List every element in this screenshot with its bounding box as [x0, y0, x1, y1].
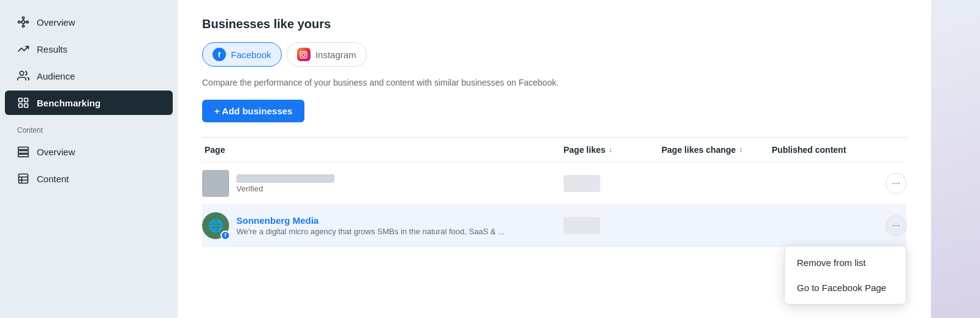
- tab-facebook-label: Facebook: [231, 50, 271, 60]
- platform-tabs: f Facebook Instagram: [202, 42, 907, 67]
- sidebar-item-overview[interactable]: Overview: [5, 10, 173, 34]
- page-title: Businesses like yours: [202, 17, 907, 31]
- sonnenberg-page-likes: [564, 217, 662, 234]
- svg-point-9: [20, 72, 24, 76]
- trending-icon: [17, 43, 29, 55]
- svg-rect-10: [19, 98, 23, 102]
- overview-icon: [17, 146, 29, 158]
- sidebar-item-audience-label: Audience: [37, 71, 75, 81]
- actions-cell-blurred: ···: [870, 173, 907, 194]
- sidebar-item-content-overview[interactable]: Overview: [5, 139, 173, 164]
- main-content: Businesses like yours f Facebook Instagr…: [178, 0, 931, 318]
- svg-rect-17: [19, 174, 28, 183]
- verified-badge: Verified: [236, 184, 334, 193]
- sidebar-item-content-overview-label: Overview: [37, 147, 75, 157]
- sidebar-item-overview-label: Overview: [37, 17, 75, 28]
- sidebar: Overview Results Audience: [0, 0, 178, 318]
- col-header-page-likes: Page likes ↓: [564, 145, 662, 155]
- fb-badge-icon: f: [221, 231, 230, 240]
- page-info-blurred: Verified: [236, 174, 334, 193]
- content-section-label: Content: [0, 117, 178, 137]
- tab-facebook[interactable]: f Facebook: [202, 42, 282, 67]
- sidebar-item-results[interactable]: Results: [5, 37, 173, 61]
- benchmark-icon: [17, 97, 29, 109]
- more-options-button-1[interactable]: ···: [886, 173, 907, 194]
- sidebar-item-audience[interactable]: Audience: [5, 64, 173, 88]
- svg-point-0: [22, 21, 25, 24]
- svg-rect-14: [18, 147, 29, 150]
- table-row: Verified ···: [202, 163, 907, 205]
- svg-point-22: [302, 53, 305, 56]
- svg-rect-11: [24, 98, 28, 102]
- col-header-published-content: Published content: [772, 145, 870, 155]
- svg-point-2: [22, 25, 24, 27]
- tab-instagram[interactable]: Instagram: [287, 42, 367, 67]
- avatar-blurred: [202, 170, 229, 197]
- table-header: Page Page likes ↓ Page likes change ↕ Pu…: [202, 138, 907, 163]
- dropdown-remove-from-list[interactable]: Remove from list: [785, 250, 906, 275]
- page-cell-blurred: Verified: [202, 170, 564, 197]
- sonnenberg-page-likes-value: [564, 217, 600, 234]
- svg-rect-16: [18, 154, 29, 157]
- page-likes-value-blurred: [564, 175, 600, 192]
- instagram-icon: [297, 48, 311, 61]
- page-cell-sonnenberg: 🌐 f Sonnenberg Media We're a digital mic…: [202, 212, 564, 239]
- svg-point-1: [22, 17, 24, 19]
- dropdown-go-to-facebook-page[interactable]: Go to Facebook Page: [785, 275, 906, 300]
- right-decorative-panel: [931, 0, 980, 318]
- sort-down-icon[interactable]: ↓: [609, 146, 612, 154]
- tab-instagram-label: Instagram: [315, 50, 356, 60]
- sidebar-item-content-content-label: Content: [37, 174, 69, 184]
- sonnenberg-actions-cell: ··· Remove from list Go to Facebook Page: [870, 215, 907, 236]
- svg-point-23: [305, 52, 306, 53]
- svg-rect-13: [24, 104, 28, 108]
- svg-rect-15: [18, 150, 29, 153]
- add-businesses-button[interactable]: + Add businesses: [202, 100, 304, 122]
- sonnenberg-page-name[interactable]: Sonnenberg Media: [236, 215, 505, 226]
- sonnenberg-page-info: Sonnenberg Media We're a digital micro a…: [236, 215, 505, 236]
- col-header-page-likes-change: Page likes change ↕: [662, 145, 772, 155]
- more-options-button-2[interactable]: ···: [886, 215, 907, 236]
- page-name-blurred: [236, 174, 334, 183]
- table-row: 🌐 f Sonnenberg Media We're a digital mic…: [202, 205, 907, 247]
- hub-icon: [17, 16, 29, 28]
- svg-rect-12: [19, 104, 23, 108]
- sonnenberg-avatar-icon: 🌐: [208, 218, 224, 233]
- svg-point-4: [26, 21, 28, 23]
- svg-rect-21: [300, 51, 307, 58]
- svg-point-3: [18, 21, 20, 23]
- businesses-table: Page Page likes ↓ Page likes change ↕ Pu…: [202, 137, 907, 247]
- sidebar-item-results-label: Results: [37, 44, 67, 54]
- dropdown-menu: Remove from list Go to Facebook Page: [784, 246, 907, 305]
- col-header-page: Page: [202, 145, 564, 155]
- sonnenberg-page-desc: We're a digital micro agency that grows …: [236, 227, 505, 236]
- sort-updown-icon[interactable]: ↕: [739, 146, 742, 154]
- facebook-icon: f: [213, 48, 226, 61]
- content-icon: [17, 172, 29, 185]
- group-icon: [17, 70, 29, 82]
- sonnenberg-avatar: 🌐 f: [202, 212, 229, 239]
- sidebar-item-benchmarking-label: Benchmarking: [37, 98, 100, 108]
- sidebar-item-benchmarking[interactable]: Benchmarking: [5, 91, 173, 115]
- sidebar-item-content-content[interactable]: Content: [5, 166, 173, 191]
- compare-text: Compare the performance of your business…: [202, 78, 907, 87]
- page-likes-blurred: [564, 175, 662, 192]
